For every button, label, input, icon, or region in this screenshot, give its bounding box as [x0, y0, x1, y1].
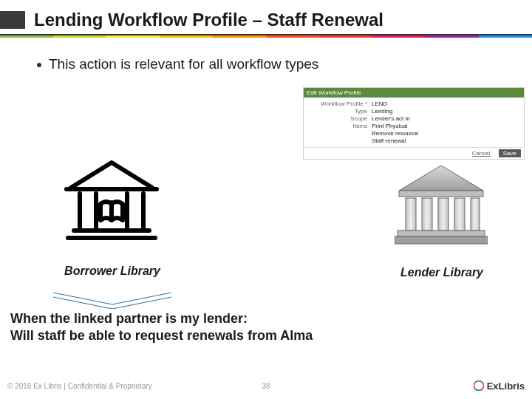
svg-rect-16: [395, 236, 488, 244]
mini-row-label: Type: [308, 108, 372, 115]
embedded-screenshot: Edit Workflow Profile Workflow Profile *…: [303, 87, 525, 160]
slide-title: Lending Workflow Profile – Staff Renewal: [34, 10, 383, 30]
mini-row-label: [308, 130, 372, 137]
footer-left: © 2016 Ex Libris | Confidential & Propri…: [7, 382, 251, 390]
mini-row-label: Scope: [308, 115, 372, 122]
lender-library-icon: [395, 161, 488, 245]
lender-label: Lender Library: [390, 266, 494, 279]
question-text: When the linked partner is my lender: Wi…: [10, 310, 313, 344]
title-bar-decoration: [0, 11, 25, 29]
mini-name-value: LEND: [372, 100, 387, 107]
mini-name-label: Workflow Profile *: [308, 100, 372, 107]
rainbow-divider: [0, 35, 532, 38]
mini-row-value: Remove resource: [372, 130, 418, 137]
svg-rect-14: [471, 198, 480, 231]
bullet-text: This action is relevant for all workflow…: [49, 56, 318, 72]
footer-page-number: 38: [251, 382, 281, 390]
mini-cancel-button[interactable]: Cancel: [468, 149, 495, 157]
mini-row-label: Items: [308, 123, 372, 129]
mini-row-value: Print Physical: [372, 123, 407, 129]
exlibris-logo-icon: [474, 381, 484, 391]
svg-rect-12: [438, 198, 449, 231]
title-row: Lending Workflow Profile – Staff Renewal: [0, 7, 532, 33]
chevron-decoration: [52, 291, 173, 309]
svg-rect-9: [399, 191, 483, 197]
mini-row-value: Lending: [372, 108, 392, 115]
svg-marker-8: [399, 166, 483, 191]
mini-body: Workflow Profile * LEND TypeLending Scop…: [304, 98, 524, 147]
mini-row-value: Staff renewal: [372, 137, 406, 144]
svg-rect-10: [406, 198, 416, 231]
svg-rect-13: [454, 198, 465, 231]
footer: © 2016 Ex Libris | Confidential & Propri…: [7, 378, 525, 393]
mini-row-value: Lender's act in: [372, 115, 410, 122]
mini-footer: Cancel Save: [304, 147, 524, 159]
borrower-label: Borrower Library: [61, 265, 164, 278]
question-line-1: When the linked partner is my lender:: [10, 310, 313, 327]
svg-rect-15: [398, 231, 485, 236]
bullet-dot: [37, 63, 41, 67]
mini-save-button[interactable]: Save: [499, 149, 521, 157]
svg-rect-11: [422, 198, 432, 231]
footer-brand: ExLibris: [487, 381, 525, 392]
borrower-library-icon: [64, 155, 160, 244]
mini-header: Edit Workflow Profile: [304, 88, 524, 98]
mini-row-label: [308, 137, 372, 144]
footer-logo: ExLibris: [281, 381, 525, 392]
bullet-line: This action is relevant for all workflow…: [37, 56, 318, 72]
question-line-2: Will staff be able to request renewals f…: [10, 327, 313, 344]
